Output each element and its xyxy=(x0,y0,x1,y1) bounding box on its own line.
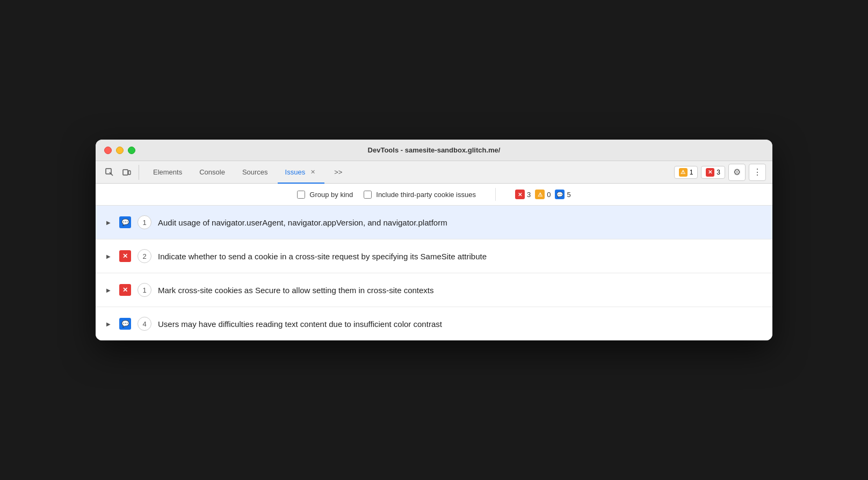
issue-row[interactable]: ▶💬4Users may have difficulties reading t… xyxy=(96,307,772,340)
issue-text: Users may have difficulties reading text… xyxy=(158,318,764,330)
error-icon: ✕ xyxy=(119,250,131,262)
svg-rect-1 xyxy=(123,170,128,175)
tab-more[interactable]: >> xyxy=(327,161,350,184)
more-options-button[interactable]: ⋮ xyxy=(749,164,766,181)
error-badge-button[interactable]: ✕ 3 xyxy=(701,166,725,179)
expand-arrow-icon: ▶ xyxy=(104,287,113,293)
issue-text: Audit usage of navigator.userAgent, navi… xyxy=(158,217,764,228)
tab-sources[interactable]: Sources xyxy=(235,161,276,184)
tab-elements[interactable]: Elements xyxy=(146,161,190,184)
minimize-button[interactable] xyxy=(116,147,124,154)
group-by-kind-checkbox[interactable] xyxy=(297,191,305,199)
error-count-item: ✕ 3 xyxy=(515,190,531,199)
info-icon: 💬 xyxy=(119,318,131,330)
device-toolbar-icon[interactable] xyxy=(119,165,134,180)
filter-bar: Group by kind Include third-party cookie… xyxy=(96,184,772,206)
close-button[interactable] xyxy=(104,147,112,154)
settings-button[interactable]: ⚙ xyxy=(728,164,746,181)
info-icon: 💬 xyxy=(119,216,131,228)
maximize-button[interactable] xyxy=(128,147,135,154)
traffic-lights xyxy=(104,147,135,154)
inspect-element-icon[interactable] xyxy=(102,165,117,180)
tab-issues-close[interactable]: ✕ xyxy=(308,168,317,177)
error-icon: ✕ xyxy=(706,168,714,177)
issue-count: 1 xyxy=(138,283,151,297)
svg-rect-2 xyxy=(128,171,131,174)
window-title: DevTools - samesite-sandbox.glitch.me/ xyxy=(368,146,501,154)
issue-count: 1 xyxy=(138,215,151,229)
expand-arrow-icon: ▶ xyxy=(104,220,113,226)
filter-divider xyxy=(495,188,496,201)
tab-console[interactable]: Console xyxy=(192,161,233,184)
tab-issues[interactable]: Issues ✕ xyxy=(278,161,325,184)
issue-row[interactable]: ▶✕1Mark cross-site cookies as Secure to … xyxy=(96,273,772,307)
error-icon: ✕ xyxy=(119,284,131,296)
expand-arrow-icon: ▶ xyxy=(104,321,113,327)
filter-counts: ✕ 3 ⚠ 0 💬 5 xyxy=(515,190,571,199)
include-third-party-label[interactable]: Include third-party cookie issues xyxy=(364,191,476,199)
toolbar-right: ⚠ 1 ✕ 3 ⚙ ⋮ xyxy=(674,164,766,181)
filter-options: Group by kind Include third-party cookie… xyxy=(104,188,764,201)
issue-count: 4 xyxy=(138,317,151,331)
issue-list: ▶💬1Audit usage of navigator.userAgent, n… xyxy=(96,206,772,340)
toolbar-icons xyxy=(102,165,139,180)
warning-count-item: ⚠ 0 xyxy=(535,190,551,199)
issue-row[interactable]: ▶💬1Audit usage of navigator.userAgent, n… xyxy=(96,206,772,239)
issue-text: Mark cross-site cookies as Secure to all… xyxy=(158,285,764,296)
toolbar: Elements Console Sources Issues ✕ >> ⚠ 1… xyxy=(96,161,772,184)
issue-row[interactable]: ▶✕2Indicate whether to send a cookie in … xyxy=(96,239,772,273)
group-by-kind-label[interactable]: Group by kind xyxy=(297,191,353,199)
expand-arrow-icon: ▶ xyxy=(104,253,113,259)
warning-icon: ⚠ xyxy=(679,168,688,177)
warning-badge-button[interactable]: ⚠ 1 xyxy=(674,166,698,179)
info-count-badge: 💬 xyxy=(555,190,565,199)
info-count-item: 💬 5 xyxy=(555,190,570,199)
warning-count-badge: ⚠ xyxy=(535,190,545,199)
issue-text: Indicate whether to send a cookie in a c… xyxy=(158,251,764,262)
issue-count: 2 xyxy=(138,249,151,263)
title-bar: DevTools - samesite-sandbox.glitch.me/ xyxy=(96,140,772,161)
error-count-badge: ✕ xyxy=(515,190,525,199)
include-third-party-checkbox[interactable] xyxy=(364,191,372,199)
devtools-window: DevTools - samesite-sandbox.glitch.me/ E… xyxy=(96,140,772,340)
